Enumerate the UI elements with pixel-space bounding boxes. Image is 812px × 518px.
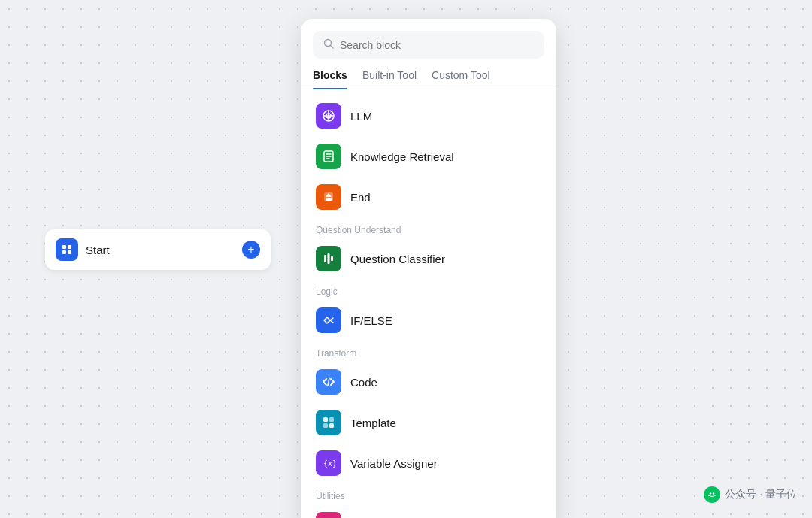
- end-icon: [316, 184, 341, 210]
- block-item-template[interactable]: Template: [301, 402, 556, 443]
- knowledge-retrieval-label: Knowledge Retrieval: [350, 150, 454, 163]
- svg-rect-0: [62, 245, 66, 249]
- start-node-icon: [56, 238, 78, 261]
- svg-rect-18: [328, 253, 330, 264]
- svg-text:{x}: {x}: [323, 459, 335, 468]
- tabs-container: Blocks Built-in Tool Custom Tool: [301, 69, 556, 89]
- start-node-add-button[interactable]: +: [242, 241, 260, 259]
- code-icon: [316, 369, 341, 395]
- svg-rect-3: [68, 250, 71, 254]
- variable-assigner-icon: {x}: [316, 450, 341, 476]
- tab-custom-tool[interactable]: Custom Tool: [432, 69, 490, 89]
- block-item-code[interactable]: Code: [301, 362, 556, 402]
- svg-rect-25: [323, 423, 328, 428]
- if-else-label: IF/ELSE: [350, 314, 392, 327]
- start-node: Start +: [45, 229, 271, 270]
- if-else-icon: [316, 307, 341, 333]
- template-icon: [316, 410, 341, 435]
- question-classifier-label: Question Classifier: [350, 253, 445, 265]
- block-list: LLM Knowledge Retrieval: [301, 89, 556, 518]
- knowledge-retrieval-icon: [316, 144, 341, 169]
- svg-rect-19: [331, 256, 333, 261]
- search-icon: [323, 38, 334, 51]
- section-label-logic: Logic: [301, 279, 556, 300]
- block-item-end[interactable]: End: [301, 177, 556, 217]
- variable-assigner-label: Variable Assigner: [350, 457, 438, 470]
- start-node-label: Start: [86, 244, 235, 256]
- svg-point-29: [710, 492, 711, 494]
- svg-line-5: [331, 46, 334, 49]
- svg-rect-1: [68, 245, 71, 249]
- block-item-if-else[interactable]: IF/ELSE: [301, 300, 556, 341]
- tab-built-in-tool[interactable]: Built-in Tool: [362, 69, 417, 89]
- block-item-http-request[interactable]: HTTP HTTP Request: [301, 504, 556, 518]
- watermark-text: 公众号 · 量子位: [725, 488, 797, 501]
- wechat-icon: [704, 486, 720, 503]
- watermark: 公众号 · 量子位: [704, 486, 797, 503]
- block-search-panel: Blocks Built-in Tool Custom Tool LLM: [301, 19, 556, 518]
- svg-rect-26: [329, 423, 334, 428]
- search-input[interactable]: [340, 39, 534, 51]
- block-item-variable-assigner[interactable]: {x} Variable Assigner: [301, 443, 556, 483]
- svg-rect-23: [323, 417, 328, 422]
- svg-rect-2: [62, 250, 66, 254]
- svg-rect-24: [329, 417, 334, 422]
- code-label: Code: [350, 376, 377, 389]
- svg-rect-17: [324, 255, 326, 262]
- llm-icon: [316, 103, 341, 129]
- llm-label: LLM: [350, 110, 372, 123]
- block-item-llm[interactable]: LLM: [301, 95, 556, 136]
- search-bar-container: [313, 31, 544, 59]
- tab-blocks[interactable]: Blocks: [313, 69, 347, 89]
- http-request-icon: HTTP: [316, 512, 341, 518]
- end-label: End: [350, 191, 371, 204]
- block-item-question-classifier[interactable]: Question Classifier: [301, 238, 556, 279]
- svg-line-21: [330, 320, 333, 323]
- section-label-transform: Transform: [301, 341, 556, 362]
- block-item-knowledge-retrieval[interactable]: Knowledge Retrieval: [301, 136, 556, 177]
- svg-point-30: [713, 492, 714, 494]
- template-label: Template: [350, 417, 396, 429]
- svg-line-22: [328, 378, 329, 386]
- section-label-question-understand: Question Understand: [301, 217, 556, 238]
- question-classifier-icon: [316, 246, 341, 271]
- svg-rect-15: [326, 198, 332, 201]
- section-label-utilities: Utilities: [301, 483, 556, 504]
